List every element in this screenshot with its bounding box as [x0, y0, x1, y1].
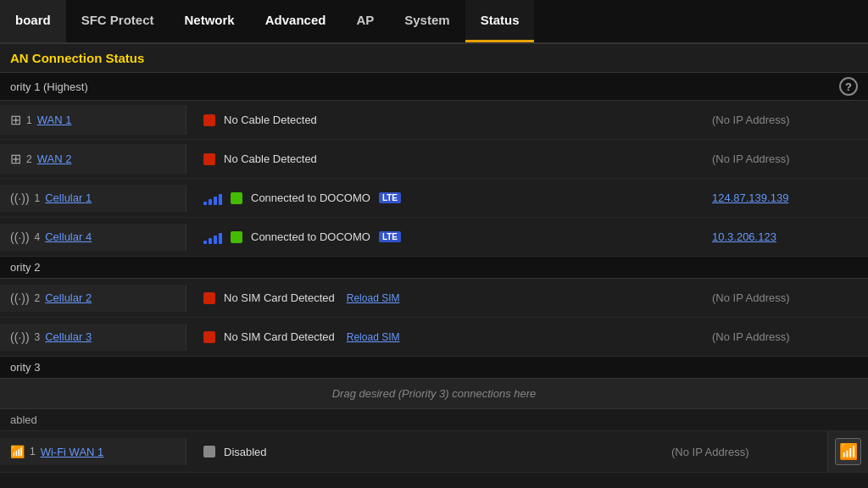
disabled-header: abled	[0, 409, 868, 431]
cellular4-status-dot	[231, 231, 242, 243]
cellular4-left: ((·)) 4 Cellular 4	[0, 224, 186, 251]
cellular2-ip: (No IP Address)	[698, 285, 868, 311]
cellular2-status-text: No SIM Card Detected	[224, 291, 335, 304]
wan2-row: ⊞ 2 WAN 2 No Cable Detected (No IP Addre…	[0, 140, 868, 179]
cellular3-ip: (No IP Address)	[698, 324, 868, 350]
bar4	[219, 233, 222, 244]
wifi-wan1-status-dot	[203, 446, 215, 458]
router-icon-wan2: ⊞	[10, 151, 21, 167]
nav-ap[interactable]: AP	[341, 0, 389, 42]
bar2	[209, 238, 212, 244]
nav-system[interactable]: System	[389, 0, 465, 42]
wan1-row: ⊞ 1 WAN 1 No Cable Detected (No IP Addre…	[0, 101, 868, 140]
bar1	[203, 202, 207, 205]
cellular1-status-text: Connected to DOCOMO	[251, 191, 370, 204]
wan2-status: No Cable Detected	[186, 146, 698, 172]
priority-3-header: ority 3	[0, 357, 868, 379]
nav-dashboard[interactable]: board	[0, 0, 66, 42]
cellular3-left: ((·)) 3 Cellular 3	[0, 324, 186, 351]
signal-bars-1	[203, 191, 222, 205]
wifi-wan1-ip: (No IP Address)	[658, 439, 827, 465]
wifi-wan1-status: Disabled	[186, 439, 658, 465]
section-title: AN Connection Status	[0, 44, 868, 73]
cellular2-left: ((·)) 2 Cellular 2	[0, 285, 186, 312]
wifi-wan1-link[interactable]: Wi-Fi WAN 1	[41, 446, 104, 458]
bar3	[214, 236, 217, 244]
cellular2-status-dot	[203, 292, 215, 304]
cellular4-status-text: Connected to DOCOMO	[251, 230, 370, 243]
lte-badge-4: LTE	[379, 231, 401, 242]
wifi-symbol: 📶	[839, 442, 858, 461]
cellular-icon-2: ((·))	[10, 291, 30, 305]
cellular-icon-4: ((·))	[10, 230, 30, 244]
cellular4-status: Connected to DOCOMO LTE	[186, 224, 698, 251]
wan2-ip: (No IP Address)	[698, 146, 868, 172]
nav-network[interactable]: Network	[170, 0, 250, 42]
wan2-status-text: No Cable Detected	[224, 152, 317, 165]
cellular4-row: ((·)) 4 Cellular 4 Connected to DOCOMO L…	[0, 218, 868, 257]
wifi-wan1-left: 📶 1 Wi-Fi WAN 1	[0, 438, 186, 465]
main-content: AN Connection Status ority 1 (Highest) ?…	[0, 44, 868, 473]
cellular3-row: ((·)) 3 Cellular 3 No SIM Card Detected …	[0, 318, 868, 357]
wifi-wan1-right-icon: 📶	[827, 431, 868, 472]
bar2	[209, 199, 212, 205]
bar4	[219, 194, 222, 205]
nav-bar: board SFC Protect Network Advanced AP Sy…	[0, 0, 868, 44]
wifi-icon: 📶	[10, 445, 25, 458]
cellular4-link[interactable]: Cellular 4	[45, 230, 92, 243]
cellular1-status-dot	[231, 192, 242, 204]
cellular1-row: ((·)) 1 Cellular 1 Connected to DOCOMO L…	[0, 179, 868, 218]
signal-bars-4	[203, 230, 222, 244]
bar1	[203, 241, 207, 244]
wan2-link[interactable]: WAN 2	[37, 152, 72, 165]
cellular2-row: ((·)) 2 Cellular 2 No SIM Card Detected …	[0, 279, 868, 318]
nav-sfc-protect[interactable]: SFC Protect	[66, 0, 170, 42]
nav-status[interactable]: Status	[465, 0, 535, 42]
wan1-left: ⊞ 1 WAN 1	[0, 105, 186, 135]
cellular3-status-dot	[203, 331, 215, 343]
cellular4-ip[interactable]: 10.3.206.123	[698, 224, 868, 250]
bar3	[214, 197, 217, 205]
cellular3-status-text: No SIM Card Detected	[224, 330, 335, 343]
cellular2-status: No SIM Card Detected Reload SIM	[186, 285, 698, 311]
wan1-status-text: No Cable Detected	[224, 114, 317, 126]
cellular-icon-1: ((·))	[10, 191, 30, 205]
wifi-settings-button[interactable]: 📶	[835, 438, 861, 465]
wan1-link[interactable]: WAN 1	[37, 114, 72, 126]
wan2-left: ⊞ 2 WAN 2	[0, 144, 186, 174]
cellular2-reload[interactable]: Reload SIM	[347, 292, 400, 304]
priority-2-header: ority 2	[0, 257, 868, 279]
cellular-icon-3: ((·))	[10, 330, 30, 344]
router-icon-wan1: ⊞	[10, 112, 21, 128]
cellular2-link[interactable]: Cellular 2	[45, 291, 92, 304]
wan1-status-dot	[203, 114, 215, 126]
cellular1-link[interactable]: Cellular 1	[45, 191, 92, 204]
nav-advanced[interactable]: Advanced	[250, 0, 342, 42]
cellular3-link[interactable]: Cellular 3	[45, 330, 92, 343]
wan1-status: No Cable Detected	[186, 107, 698, 133]
wifi-wan1-status-text: Disabled	[224, 446, 267, 458]
cellular1-ip[interactable]: 124.87.139.139	[698, 185, 868, 211]
lte-badge-1: LTE	[379, 192, 401, 203]
wan2-status-dot	[203, 153, 215, 165]
cellular3-status: No SIM Card Detected Reload SIM	[186, 324, 698, 350]
wifi-wan1-row: 📶 1 Wi-Fi WAN 1 Disabled (No IP Address)…	[0, 431, 868, 473]
wan1-ip: (No IP Address)	[698, 107, 868, 133]
cellular1-status: Connected to DOCOMO LTE	[186, 185, 698, 212]
cellular3-reload[interactable]: Reload SIM	[347, 331, 400, 343]
priority-1-header: ority 1 (Highest) ?	[0, 73, 868, 101]
cellular1-left: ((·)) 1 Cellular 1	[0, 185, 186, 212]
help-icon[interactable]: ?	[839, 77, 858, 96]
drag-zone[interactable]: Drag desired (Priority 3) connections he…	[0, 379, 868, 409]
